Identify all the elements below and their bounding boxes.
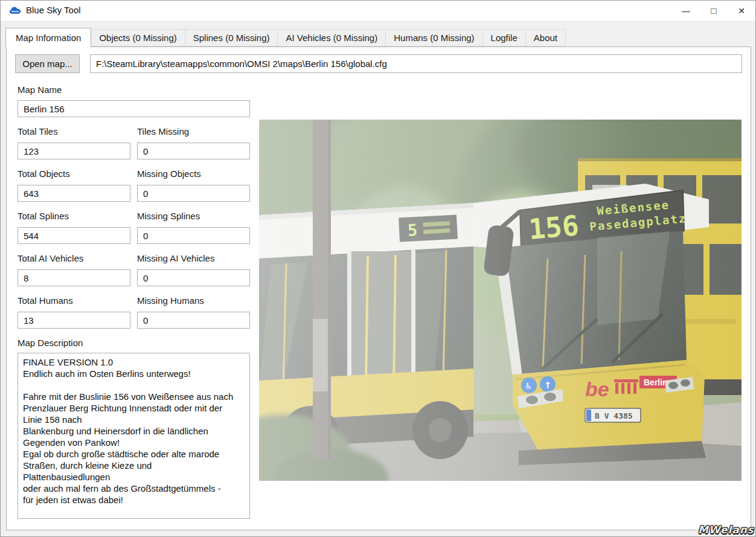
missing-objects-label: Missing Objects [137, 169, 201, 179]
map-preview-image: 5 [259, 120, 742, 481]
total-humans-label: Total Humans [18, 295, 73, 306]
minimize-button[interactable]: — [672, 1, 700, 21]
missing-humans-label: Missing Humans [137, 295, 204, 306]
map-description-label: Map Description [18, 338, 83, 348]
tab-ai-vehicles[interactable]: AI Vehicles (0 Missing) [277, 29, 386, 47]
map-name-input[interactable] [18, 100, 250, 117]
total-tiles-label: Total Tiles [18, 126, 58, 137]
open-map-button[interactable]: Open map... [15, 54, 80, 73]
map-information-page: Open map... Map Name Total Tiles Tiles M… [6, 47, 751, 530]
total-humans-input[interactable] [18, 312, 130, 329]
tab-strip: Map Information Objects (0 Missing) Spli… [5, 28, 565, 47]
maximize-button[interactable]: □ [700, 1, 728, 21]
missing-ai-vehicles-label: Missing AI Vehicles [137, 253, 214, 263]
map-name-label: Map Name [18, 85, 62, 95]
tab-map-information[interactable]: Map Information [5, 28, 91, 47]
tiles-missing-input[interactable] [137, 143, 250, 159]
total-ai-vehicles-label: Total AI Vehicles [18, 253, 83, 263]
total-ai-vehicles-input[interactable] [18, 269, 130, 286]
total-splines-input[interactable] [18, 227, 130, 244]
map-description-textarea[interactable]: FINALE VERSION 1.0 Endlich auch im Osten… [18, 353, 250, 519]
map-path-input[interactable] [90, 54, 742, 73]
total-tiles-input[interactable] [18, 143, 130, 159]
tab-splines[interactable]: Splines (0 Missing) [185, 29, 278, 47]
missing-ai-vehicles-input[interactable] [137, 269, 250, 286]
missing-humans-input[interactable] [137, 312, 250, 329]
missing-splines-input[interactable] [137, 227, 250, 244]
close-button[interactable]: ✕ [728, 1, 755, 21]
watermark-signature: MWelans [698, 524, 754, 536]
total-objects-input[interactable] [18, 185, 130, 202]
total-objects-label: Total Objects [18, 169, 70, 179]
tiles-missing-label: Tiles Missing [137, 126, 189, 137]
app-window: Blue Sky Tool — □ ✕ Map Information Obje… [0, 0, 756, 537]
tab-objects[interactable]: Objects (0 Missing) [91, 29, 185, 47]
missing-splines-label: Missing Splines [137, 211, 200, 221]
total-splines-label: Total Splines [18, 211, 69, 221]
missing-objects-input[interactable] [137, 185, 250, 202]
haze-overlay [259, 120, 742, 481]
cloud-icon [9, 5, 21, 15]
title-bar[interactable]: Blue Sky Tool — □ ✕ [1, 1, 755, 21]
tab-logfile[interactable]: Logfile [482, 29, 526, 47]
tab-about[interactable]: About [525, 29, 566, 47]
bus-scene: 5 [259, 120, 742, 481]
window-title: Blue Sky Tool [26, 5, 81, 15]
tab-humans[interactable]: Humans (0 Missing) [385, 29, 482, 47]
